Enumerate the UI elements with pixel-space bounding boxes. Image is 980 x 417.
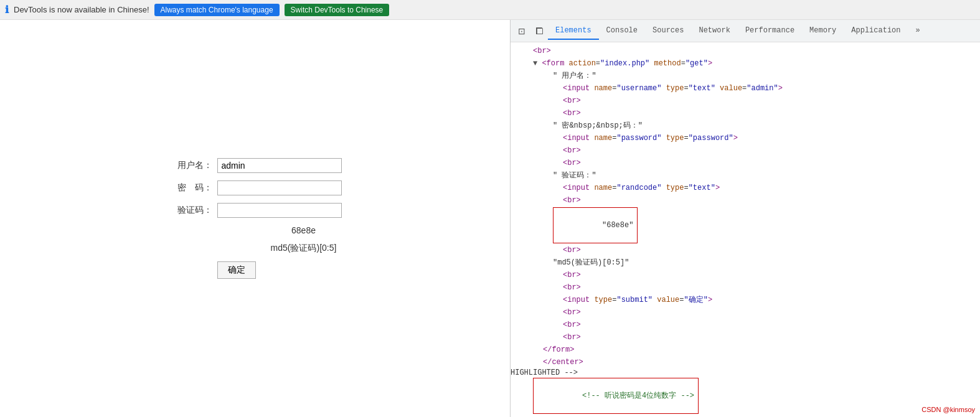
tab-elements[interactable]: Elements <box>548 22 599 40</box>
html-line: " 验证码：" <box>511 169 980 182</box>
html-line: </body> <box>511 415 980 417</box>
main-area: 用户名： 密 码： 验证码： 68e8e md5(验证码)[0:5] 确定 ⊡ <box>0 20 980 417</box>
html-line: <input name="password" type="password"> <box>511 132 980 144</box>
html-line-68e8e: "68e8e" <box>511 207 980 244</box>
password-row: 密 码： <box>169 180 342 195</box>
html-line: ▼ <form action="index.php" method="get"> <box>511 57 980 70</box>
username-input[interactable] <box>217 158 342 173</box>
devtools-content[interactable]: <br> ▼ <form action="index.php" method="… <box>511 42 980 417</box>
tab-application[interactable]: Application <box>844 22 908 40</box>
tab-sources[interactable]: Sources <box>645 22 691 40</box>
html-line: " 密&nbsp;&nbsp;码：" <box>511 119 980 132</box>
html-line: <br> <box>511 107 980 119</box>
login-form: 用户名： 密 码： 验证码： 68e8e md5(验证码)[0:5] 确定 <box>169 158 342 279</box>
html-line: <br> <box>511 144 980 157</box>
captcha-input[interactable] <box>217 203 342 218</box>
html-line: <br> <box>511 244 980 256</box>
tab-console[interactable]: Console <box>599 22 645 40</box>
username-row: 用户名： <box>169 158 342 173</box>
webpage-panel: 用户名： 密 码： 验证码： 68e8e md5(验证码)[0:5] 确定 <box>0 20 511 417</box>
submit-button[interactable]: 确定 <box>217 261 256 279</box>
password-label: 密 码： <box>169 182 212 194</box>
html-line: <br> <box>511 319 980 331</box>
tab-network[interactable]: Network <box>691 22 737 40</box>
inspect-icon[interactable]: ⊡ <box>513 22 530 40</box>
devtools-panel: ⊡ ⧠ Elements Console Sources Network Per… <box>511 20 980 417</box>
notification-bar: ℹ DevTools is now available in Chinese! … <box>0 0 980 20</box>
html-line: <br> <box>511 306 980 319</box>
html-line: </center> <box>511 356 980 368</box>
tab-performance[interactable]: Performance <box>738 22 802 40</box>
html-line: <br> <box>511 331 980 344</box>
html-line: <br> <box>511 95 980 107</box>
notif-text: DevTools is now available in Chinese! <box>14 5 149 14</box>
tab-more[interactable]: » <box>908 22 928 40</box>
html-line-comment: <!-- 听说密码是4位纯数字 --> <box>511 377 980 415</box>
username-label: 用户名： <box>169 160 212 171</box>
match-language-button[interactable]: Always match Chrome's language <box>154 4 280 16</box>
captcha-hint2: md5(验证码)[0:5] <box>217 243 390 254</box>
html-line: <br> <box>511 269 980 281</box>
html-line: <input name="randcode" type="text"> <box>511 182 980 194</box>
html-line: <br> <box>511 281 980 294</box>
html-line: <br> <box>511 157 980 169</box>
switch-devtools-button[interactable]: Switch DevTools to Chinese <box>285 4 390 16</box>
html-line: "md5(验证码)[0:5]" <box>511 256 980 269</box>
device-icon[interactable]: ⧠ <box>530 22 548 40</box>
html-line: <br> <box>511 45 980 57</box>
captcha-label: 验证码： <box>169 205 212 216</box>
captcha-row: 验证码： <box>169 203 342 218</box>
captcha-hint1: 68e8e <box>217 225 390 235</box>
html-line: <br> <box>511 194 980 207</box>
html-line: <input name="username" type="text" value… <box>511 82 980 95</box>
html-line: </form> <box>511 344 980 356</box>
devtools-tabs: ⊡ ⧠ Elements Console Sources Network Per… <box>511 20 980 42</box>
info-icon: ℹ <box>5 4 9 16</box>
html-line: <input type="submit" value="确定"> <box>511 294 980 306</box>
tab-memory[interactable]: Memory <box>802 22 844 40</box>
password-input[interactable] <box>217 180 342 195</box>
watermark: CSDN @kinmsoy <box>921 406 975 413</box>
html-line: " 用户名：" <box>511 70 980 82</box>
